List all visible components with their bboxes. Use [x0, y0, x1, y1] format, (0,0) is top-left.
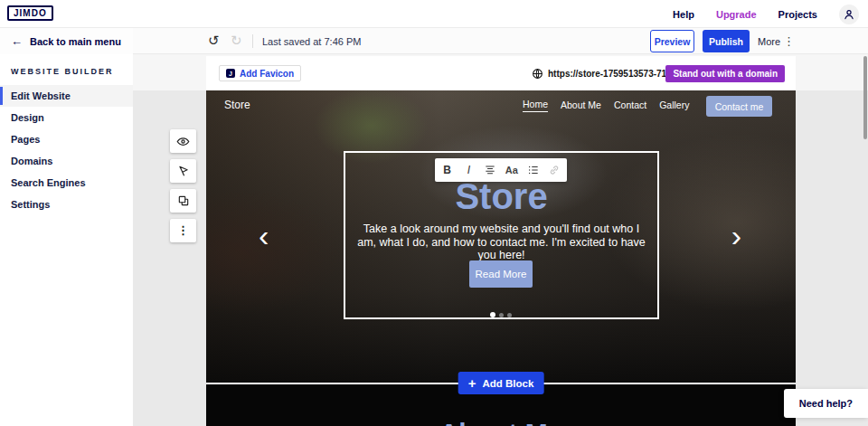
add-favicon-button[interactable]: J Add Favicon: [219, 65, 301, 81]
back-label: Back to main menu: [30, 36, 121, 47]
more-button[interactable]: More: [758, 28, 780, 54]
carousel-dot-2[interactable]: [499, 313, 504, 317]
carousel-dot-1[interactable]: [490, 312, 495, 317]
link-icon[interactable]: [545, 161, 563, 179]
text-format-toolbar: B I Aa: [435, 158, 567, 182]
site-nav-links: Home About Me Contact Gallery: [523, 90, 689, 119]
top-header: JIMDO Help Upgrade Projects: [0, 0, 868, 28]
jimdo-logo[interactable]: JIMDO: [7, 5, 53, 21]
read-more-button[interactable]: Read More: [469, 260, 533, 288]
carousel-prev-icon[interactable]: ‹: [259, 220, 269, 251]
carousel-dot-3[interactable]: [507, 313, 512, 317]
jimdo-website-builder: JIMDO Help Upgrade Projects ← Back to ma…: [0, 0, 868, 426]
bold-glyph: B: [443, 164, 451, 176]
person-icon: [843, 8, 855, 21]
nav-about-me[interactable]: About Me: [561, 99, 601, 110]
sidebar-section-title: WEBSITE BUILDER: [11, 67, 133, 76]
more-kebab-icon[interactable]: ⋮: [783, 28, 795, 54]
editor-toolbar: ← Back to main menu ↺ ↻ Last saved at 7:…: [0, 28, 868, 54]
align-center-icon[interactable]: [481, 161, 499, 179]
favicon-badge: J: [226, 69, 235, 78]
sidebar-item-settings[interactable]: Settings: [0, 194, 133, 215]
italic-glyph: I: [467, 164, 470, 176]
sidebar-item-domains[interactable]: Domains: [0, 150, 133, 172]
nav-home[interactable]: Home: [523, 99, 548, 112]
projects-link[interactable]: Projects: [778, 9, 817, 20]
need-help-button[interactable]: Need help?: [784, 389, 868, 418]
add-block-label: Add Block: [482, 378, 533, 389]
globe-icon: [532, 68, 543, 80]
undo-icon[interactable]: ↺: [208, 33, 220, 49]
stand-out-domain-button[interactable]: Stand out with a domain: [665, 65, 785, 82]
kebab-icon: ⋮: [177, 225, 189, 236]
site-navbar: Store Home About Me Contact Gallery Cont…: [206, 90, 796, 119]
style-icon: [177, 165, 190, 177]
hero-body-text[interactable]: Take a look around my website and you'll…: [356, 222, 646, 262]
vertical-scrollbar[interactable]: [863, 56, 867, 139]
duplicate-icon: [177, 194, 190, 207]
back-to-main-menu-button[interactable]: ← Back to main menu: [11, 28, 121, 54]
sidebar-item-edit-website[interactable]: Edit Website: [0, 85, 133, 107]
add-favicon-label: Add Favicon: [240, 69, 294, 79]
style-block-button[interactable]: [170, 159, 196, 183]
contact-me-button[interactable]: Contact me: [706, 96, 772, 117]
toolbar-divider: [252, 34, 253, 48]
last-saved-status: Last saved at 7:46 PM: [262, 28, 361, 54]
upgrade-link[interactable]: Upgrade: [716, 9, 757, 20]
eye-icon: [176, 135, 190, 148]
italic-icon[interactable]: I: [459, 161, 477, 179]
hide-block-button[interactable]: [170, 129, 196, 153]
site-brand[interactable]: Store: [224, 99, 250, 111]
hero-section[interactable]: Store Home About Me Contact Gallery Cont…: [206, 90, 796, 384]
publish-button[interactable]: Publish: [703, 30, 750, 52]
carousel-next-icon[interactable]: ›: [731, 220, 741, 251]
help-link[interactable]: Help: [673, 9, 694, 20]
back-arrow-icon: ←: [11, 34, 23, 48]
sidebar-item-design[interactable]: Design: [0, 107, 133, 128]
carousel-dots: [490, 312, 512, 317]
plus-icon: +: [468, 376, 476, 390]
editor-workspace: ⋮ J Add Favicon https://store-1759513573…: [133, 54, 868, 426]
block-tools-palette: ⋮: [170, 129, 196, 242]
partial-section-heading: About Me: [206, 420, 796, 426]
block-more-options-button[interactable]: ⋮: [170, 219, 196, 242]
nav-contact[interactable]: Contact: [614, 99, 646, 110]
website-canvas: J Add Favicon https://store-1759513573-7…: [206, 54, 796, 426]
redo-icon: ↻: [231, 33, 242, 49]
builder-sidebar: WEBSITE BUILDER Edit Website Design Page…: [0, 54, 133, 426]
nav-gallery[interactable]: Gallery: [659, 99, 689, 110]
list-icon[interactable]: [524, 161, 542, 179]
header-links: Help Upgrade Projects: [673, 0, 859, 28]
account-avatar[interactable]: [839, 5, 859, 24]
preview-button[interactable]: Preview: [650, 30, 694, 52]
font-glyph: Aa: [505, 165, 518, 175]
add-block-button[interactable]: + Add Block: [458, 372, 544, 394]
site-meta-bar: J Add Favicon https://store-1759513573-7…: [206, 56, 796, 90]
sidebar-item-pages[interactable]: Pages: [0, 128, 133, 150]
duplicate-block-button[interactable]: [170, 189, 196, 213]
font-style-icon[interactable]: Aa: [503, 161, 521, 179]
bold-icon[interactable]: B: [439, 161, 457, 179]
sidebar-item-search-engines[interactable]: Search Engines: [0, 172, 133, 194]
